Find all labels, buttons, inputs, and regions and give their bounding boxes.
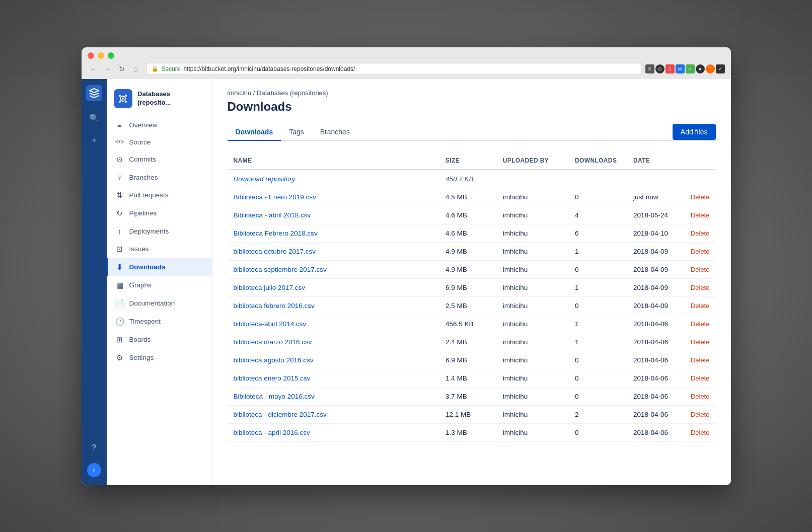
col-header-name: Name: [228, 153, 439, 170]
pipelines-icon: ↻: [115, 209, 124, 218]
breadcrumb-user[interactable]: imhicihu: [228, 89, 252, 97]
tabs-bar: Downloads Tags Branches Add files: [228, 124, 716, 141]
file-size: 2.5 MB: [439, 296, 497, 315]
breadcrumb-repo[interactable]: Databases (repositories): [257, 89, 328, 97]
documentation-icon: 📄: [115, 299, 124, 308]
sidebar-timespent-label: Timespent: [129, 318, 161, 325]
downloads-table: Name Size Uploaded by Downloads Date Dow…: [228, 153, 716, 442]
minimize-button[interactable]: [98, 52, 104, 59]
file-name-link[interactable]: biblioteca julio 2017.csv: [234, 284, 306, 291]
file-name-link[interactable]: Biblioteca - Enero 2019.csv: [234, 193, 316, 201]
delete-button[interactable]: Delete: [691, 393, 710, 400]
help-icon[interactable]: ?: [85, 439, 103, 457]
sidebar-item-deployments[interactable]: ↑ Deployments: [107, 222, 212, 240]
file-name-link[interactable]: biblioteca - diciembre 2017.csv: [234, 411, 327, 418]
upload-date: 2018-04-06: [627, 387, 685, 405]
sidebar-commits-label: Commits: [129, 156, 156, 163]
delete-button[interactable]: Delete: [691, 374, 710, 382]
uploaded-by: imhicihu: [497, 296, 569, 315]
delete-button[interactable]: Delete: [691, 302, 710, 310]
delete-button[interactable]: Delete: [691, 320, 710, 328]
sidebar-item-overview[interactable]: ≡ Overview: [107, 116, 212, 134]
sidebar-item-downloads[interactable]: ⬇ Downloads: [107, 258, 212, 276]
delete-button[interactable]: Delete: [691, 211, 710, 219]
sidebar-item-pipelines[interactable]: ↻ Pipelines: [107, 204, 212, 222]
sidebar-item-boards[interactable]: ⊞ Boards: [107, 331, 212, 349]
file-name-link[interactable]: Biblioteca Febrero 2018.csv: [234, 230, 318, 237]
sidebar-item-settings[interactable]: ⚙ Settings: [107, 349, 212, 367]
table-row: biblioteca - diciembre 2017.csv12.1 MBim…: [228, 405, 716, 423]
sidebar-item-graphs[interactable]: ▦ Graphs: [107, 276, 212, 294]
file-name-link[interactable]: biblioteca octubre 2017.csv: [234, 248, 316, 255]
uploaded-by: imhicihu: [497, 242, 569, 260]
table-row: Download repository450.7 KB: [228, 170, 716, 188]
svg-point-5: [125, 101, 127, 103]
download-repo-link[interactable]: Download repository: [228, 170, 439, 188]
delete-button[interactable]: Delete: [691, 411, 710, 418]
back-button[interactable]: ←: [88, 63, 100, 75]
sidebar-item-documentation[interactable]: 📄 Documentation: [107, 294, 212, 313]
sidebar-documentation-label: Documentation: [129, 299, 175, 307]
tab-tags[interactable]: Tags: [281, 124, 312, 141]
col-header-date: Date: [627, 153, 685, 170]
upload-date: 2018-04-09: [627, 242, 685, 260]
file-name-link[interactable]: Biblioteca - abril 2018.csv: [234, 211, 311, 219]
file-name-link[interactable]: biblioteca-abril 2014.csv: [234, 320, 307, 328]
home-button[interactable]: ⌂: [130, 63, 142, 75]
file-size: 4.5 MB: [439, 188, 497, 206]
app-logo[interactable]: [86, 85, 102, 101]
delete-button[interactable]: Delete: [691, 429, 710, 436]
maximize-button[interactable]: [108, 52, 114, 59]
file-name-link[interactable]: biblioteca enero 2015.csv: [234, 374, 311, 382]
delete-button[interactable]: Delete: [691, 266, 710, 273]
sidebar-item-issues[interactable]: ⊡ Issues: [107, 240, 212, 258]
upload-date: 2018-04-06: [627, 333, 685, 351]
file-name-link[interactable]: biblioteca febrero 2016.csv: [234, 302, 315, 310]
download-count: 1: [569, 278, 627, 296]
download-count: 4: [569, 206, 627, 224]
ext-icon-1: S: [645, 64, 654, 73]
url-display: https://bitbucket.org/imhicihu/databases…: [184, 65, 355, 72]
file-name-link[interactable]: biblioteca agosto 2016.csv: [234, 356, 314, 364]
uploaded-by: imhicihu: [497, 188, 569, 206]
sidebar-item-source[interactable]: </> Source: [107, 134, 212, 150]
file-name-link[interactable]: biblioteca - april 2016.csv: [234, 429, 310, 436]
sidebar-item-branches[interactable]: ⑂ Branches: [107, 169, 212, 186]
sidebar-item-timespent[interactable]: 🕐 Timespent: [107, 313, 212, 331]
page-title: Downloads: [228, 100, 716, 114]
delete-button[interactable]: Delete: [691, 248, 710, 255]
global-add-icon[interactable]: ＋: [85, 131, 103, 149]
col-header-size: Size: [439, 153, 497, 170]
download-count: 2: [569, 405, 627, 423]
col-header-downloads: Downloads: [569, 153, 627, 170]
repo-name: Databases (reposito...: [137, 90, 204, 107]
upload-date: [627, 170, 685, 188]
tab-branches[interactable]: Branches: [312, 124, 358, 141]
tab-downloads[interactable]: Downloads: [228, 124, 281, 141]
settings-icon: ⚙: [115, 353, 124, 362]
svg-point-4: [119, 101, 121, 103]
delete-button[interactable]: Delete: [691, 356, 710, 364]
file-name-link[interactable]: Biblioteca - mayo 2016.csv: [234, 393, 315, 400]
file-name-link[interactable]: biblioteca septiembre 2017.csv: [234, 266, 327, 273]
file-name-link[interactable]: biblioteca marzo 2016.csv: [234, 338, 312, 346]
forward-button[interactable]: →: [102, 63, 114, 75]
user-avatar-icon[interactable]: i: [85, 461, 103, 479]
delete-button[interactable]: Delete: [691, 338, 710, 346]
address-bar[interactable]: 🔒 Secure https://bitbucket.org/imhicihu/…: [146, 63, 641, 75]
sidebar-item-pull-requests[interactable]: ⇅ Pull requests: [107, 186, 212, 204]
upload-date: 2018-04-06: [627, 369, 685, 387]
sidebar-item-commits[interactable]: ⊙ Commits: [107, 150, 212, 169]
close-button[interactable]: [88, 52, 94, 59]
delete-button[interactable]: Delete: [691, 193, 710, 201]
delete-button[interactable]: Delete: [691, 230, 710, 237]
delete-button[interactable]: Delete: [691, 284, 710, 291]
table-row: Biblioteca - abril 2018.csv4.6 MBimhicih…: [228, 206, 716, 224]
uploaded-by: imhicihu: [497, 315, 569, 333]
add-files-button[interactable]: Add files: [673, 124, 716, 140]
global-search-icon[interactable]: 🔍: [85, 109, 103, 127]
file-size: 2.4 MB: [439, 333, 497, 351]
refresh-button[interactable]: ↻: [116, 63, 128, 75]
sidebar-downloads-label: Downloads: [129, 263, 166, 271]
branches-icon: ⑂: [115, 173, 124, 182]
